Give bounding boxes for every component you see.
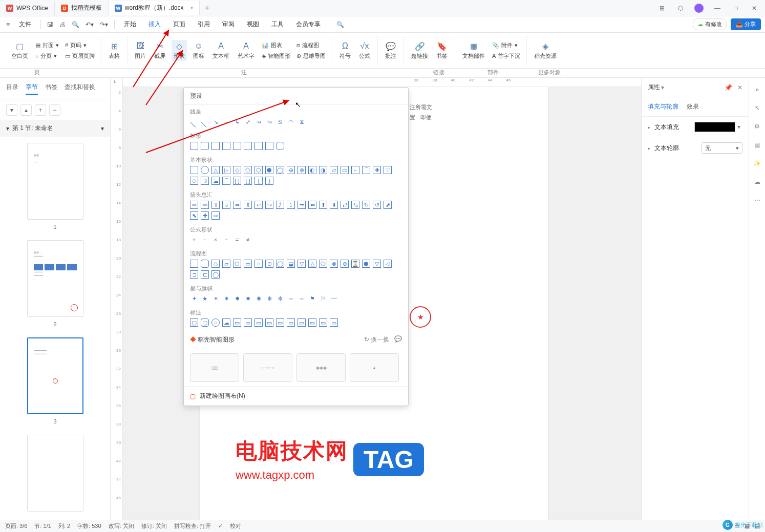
basic-shape[interactable]: [ ] bbox=[244, 177, 252, 185]
horizontal-ruler[interactable]: 363840424446 bbox=[123, 78, 641, 87]
flow-shape[interactable] bbox=[201, 260, 209, 268]
flowchart-button[interactable]: ⧈ 流程图 bbox=[295, 40, 327, 50]
color-dropdown-icon[interactable]: ▾ bbox=[735, 123, 742, 131]
resource-button[interactable]: ◈稻壳资源 bbox=[532, 40, 559, 61]
page-thumbnail-2[interactable]: 标题···━━━━━━━━━━━━━━━━━━······ bbox=[27, 240, 83, 317]
line-shape[interactable] bbox=[190, 118, 198, 126]
docpart-button[interactable]: ▦文档部件 bbox=[460, 40, 487, 61]
rect-shape[interactable] bbox=[211, 142, 220, 150]
equation-button[interactable]: √x公式 bbox=[357, 40, 372, 61]
arrow-shape[interactable]: ↻ bbox=[362, 201, 370, 209]
banner-shape[interactable]: ⚐ bbox=[319, 294, 327, 303]
nav-up-button[interactable]: ▴ bbox=[20, 104, 32, 116]
picture-button[interactable]: 🖼图片 bbox=[133, 40, 148, 61]
star-shape[interactable]: ✷ bbox=[222, 294, 230, 303]
star-shape[interactable]: ✺ bbox=[254, 294, 263, 303]
nav-tab-sections[interactable]: 章节 bbox=[26, 83, 38, 95]
menu-review[interactable]: 审阅 bbox=[217, 18, 240, 31]
arrow-shape[interactable]: ⬉ bbox=[190, 211, 198, 220]
rect-shape[interactable] bbox=[244, 142, 252, 150]
formula-shape[interactable]: × bbox=[211, 236, 220, 244]
menu-start[interactable]: 开始 bbox=[119, 18, 141, 31]
menu-page[interactable]: 页面 bbox=[168, 18, 190, 31]
maximize-icon[interactable]: □ bbox=[731, 4, 740, 13]
basic-shape[interactable]: { } bbox=[233, 177, 241, 185]
menu-view[interactable]: 视图 bbox=[242, 18, 264, 31]
cube-icon[interactable]: ⬡ bbox=[676, 4, 685, 13]
basic-shape[interactable]: ⬠ bbox=[244, 166, 252, 174]
star-shape[interactable]: ✼ bbox=[276, 294, 284, 303]
arrow-shape[interactable]: ⮕ bbox=[298, 201, 306, 209]
status-page[interactable]: 页面: 3/6 bbox=[5, 522, 27, 530]
arrow-shape[interactable]: ↪ bbox=[265, 201, 273, 209]
panel-close-icon[interactable]: ✕ bbox=[737, 84, 742, 91]
close-icon[interactable]: ✕ bbox=[750, 4, 759, 13]
star-shape[interactable]: ✦ bbox=[190, 294, 198, 303]
flow-shape[interactable]: ⊝ bbox=[265, 260, 273, 268]
basic-shape[interactable]: ☽ bbox=[201, 177, 209, 185]
scribble-shape[interactable]: ◠ bbox=[287, 118, 295, 126]
callout-shape[interactable]: ▭ bbox=[265, 318, 273, 327]
chat-icon[interactable]: 💬 bbox=[394, 335, 402, 344]
basic-shape[interactable]: ☺ bbox=[190, 177, 198, 185]
flow-shape[interactable]: ⌛ bbox=[351, 260, 359, 268]
blank-page-button[interactable]: ▢空白页 bbox=[9, 40, 30, 61]
rect-shape[interactable] bbox=[222, 142, 230, 150]
screenshot-button[interactable]: ✂截屏 bbox=[152, 40, 167, 61]
flow-shape[interactable]: ◯ bbox=[211, 270, 220, 279]
basic-shape[interactable]: ⌐ bbox=[351, 166, 359, 174]
curve-shape[interactable]: ↝ bbox=[254, 118, 263, 126]
callout-shape[interactable]: ▭ bbox=[298, 318, 306, 327]
arrow-shape[interactable]: ⇧ bbox=[211, 201, 220, 209]
basic-shape[interactable]: ⌒ bbox=[362, 166, 370, 174]
tab-daoke[interactable]: D 找稻壳模板 bbox=[55, 1, 109, 15]
arrow-shape[interactable]: ⬇ bbox=[330, 201, 338, 209]
rect-shape[interactable] bbox=[233, 142, 241, 150]
basic-shape[interactable]: ▭ bbox=[341, 166, 349, 174]
more-icon[interactable]: ⋯ bbox=[753, 196, 762, 205]
icon-button[interactable]: ☺图标 bbox=[191, 40, 206, 61]
flow-shape[interactable] bbox=[190, 260, 198, 268]
status-words[interactable]: 字数: 530 bbox=[77, 522, 101, 530]
smart-template-2[interactable]: ○─○─○ bbox=[243, 353, 292, 382]
elbow-arrow-shape[interactable]: ↳ bbox=[233, 118, 241, 126]
preview-icon[interactable]: 🔍 bbox=[70, 19, 81, 30]
flow-shape[interactable]: ◇ bbox=[211, 260, 220, 268]
nav-down-button[interactable]: ▾ bbox=[6, 104, 17, 116]
callout-shape[interactable]: ▭ bbox=[244, 318, 252, 327]
status-revise[interactable]: 修订: 关闭 bbox=[141, 522, 167, 530]
file-menu[interactable]: 文件 bbox=[14, 18, 36, 31]
flow-shape[interactable]: ▽ bbox=[298, 260, 306, 268]
triangle-shape[interactable]: △ bbox=[211, 166, 220, 174]
callout-shape[interactable]: ○ bbox=[211, 318, 220, 327]
fill-outline-tab[interactable]: 填充与轮廓 bbox=[648, 102, 678, 111]
callout-shape[interactable]: ▢ bbox=[190, 318, 198, 327]
basic-shape[interactable]: ☁ bbox=[211, 177, 220, 185]
arrow-shape[interactable]: ⬈ bbox=[384, 201, 392, 209]
elbow-shape[interactable]: ⌐ bbox=[222, 118, 230, 126]
save-icon[interactable]: 🖫 bbox=[45, 19, 55, 30]
comment-button[interactable]: 💬批注 bbox=[383, 40, 398, 61]
section-header[interactable]: ▾ 第 1 节: 未命名 ▾ bbox=[0, 120, 110, 137]
roundrect-shape[interactable] bbox=[201, 142, 209, 150]
curve-shape[interactable]: S bbox=[276, 118, 284, 126]
smart-template-1[interactable]: ▯▯▯ bbox=[190, 353, 239, 382]
flow-shape[interactable]: △ bbox=[308, 260, 316, 268]
star-shape[interactable]: ✶ bbox=[211, 294, 220, 303]
page-thumbnail-3[interactable]: ━━━━━━━━━━━━━━━━ bbox=[27, 337, 83, 414]
curve-shape[interactable]: ↬ bbox=[265, 118, 273, 126]
star-shape[interactable]: ✸ bbox=[233, 294, 241, 303]
formula-shape[interactable]: ÷ bbox=[222, 236, 230, 244]
attachment-button[interactable]: 📎 附件 ▾ bbox=[491, 40, 521, 50]
search-icon[interactable]: 🔍 bbox=[334, 19, 346, 30]
banner-shape[interactable]: ⎃ bbox=[298, 294, 306, 303]
nav-add-button[interactable]: + bbox=[35, 104, 46, 116]
minimize-icon[interactable]: — bbox=[713, 4, 722, 13]
print-icon[interactable]: 🖨 bbox=[57, 19, 68, 30]
arrow-shape[interactable]: ⇨ bbox=[211, 211, 220, 220]
formula-shape[interactable]: + bbox=[190, 236, 198, 244]
outline-select[interactable]: 无▾ bbox=[702, 142, 742, 154]
arrow-shape[interactable]: ⇄ bbox=[341, 201, 349, 209]
status-track[interactable]: 改写: 关闭 bbox=[109, 522, 134, 530]
basic-shape[interactable]: ♡ bbox=[384, 166, 392, 174]
